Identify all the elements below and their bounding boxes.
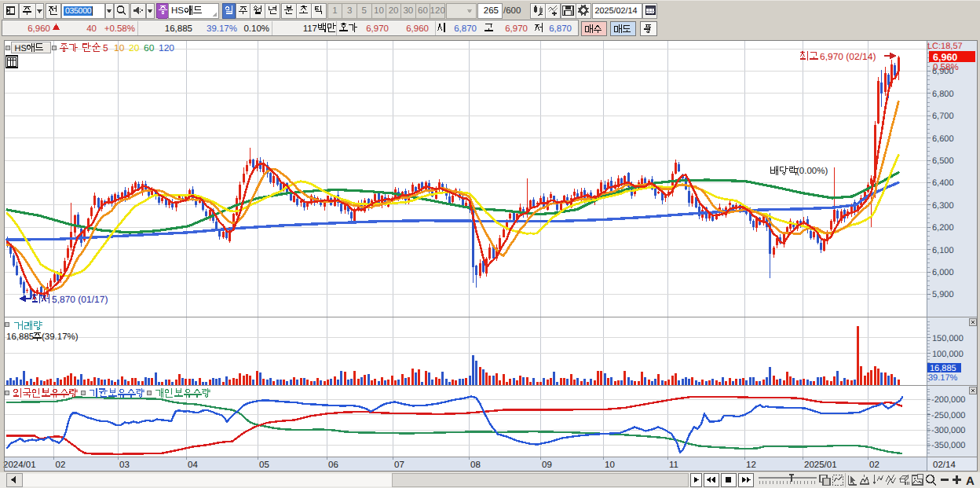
svg-text:HS: HS <box>171 6 184 16</box>
svg-text:6,300: 6,300 <box>932 201 954 211</box>
svg-text:-200,000: -200,000 <box>931 395 965 405</box>
svg-text:60: 60 <box>144 42 155 53</box>
svg-text:6,960: 6,960 <box>406 24 429 34</box>
svg-text:12: 12 <box>746 460 756 470</box>
svg-text:0.10%: 0.10% <box>243 24 269 34</box>
svg-text:6,870: 6,870 <box>454 24 477 34</box>
svg-text:02: 02 <box>56 460 66 470</box>
svg-text:09: 09 <box>542 460 552 470</box>
svg-text:150,000: 150,000 <box>932 334 964 343</box>
svg-text:6,970 (02/14): 6,970 (02/14) <box>820 51 876 62</box>
svg-text:08: 08 <box>470 460 481 470</box>
svg-text:11: 11 <box>669 460 678 470</box>
svg-text:6,960: 6,960 <box>27 24 50 34</box>
svg-text:0.58%: 0.58% <box>933 63 959 72</box>
svg-text:5,870 (01/17): 5,870 (01/17) <box>52 294 108 305</box>
svg-text:02: 02 <box>869 460 879 470</box>
svg-text:02/14: 02/14 <box>933 460 956 470</box>
svg-text:06: 06 <box>328 460 338 470</box>
svg-text:3: 3 <box>347 6 352 16</box>
svg-text:5: 5 <box>362 6 367 16</box>
svg-text:120: 120 <box>430 6 445 16</box>
svg-text:39.17%: 39.17% <box>207 24 237 34</box>
svg-text:5: 5 <box>103 42 108 53</box>
svg-text:6,970: 6,970 <box>505 24 528 34</box>
svg-text:6,970: 6,970 <box>366 24 389 34</box>
svg-text:HS: HS <box>15 44 27 53</box>
svg-text:6,800: 6,800 <box>932 90 954 99</box>
svg-text:-300,000: -300,000 <box>931 426 965 435</box>
svg-text:5,900: 5,900 <box>932 290 954 299</box>
svg-text:6,500: 6,500 <box>932 156 954 166</box>
svg-text:035000: 035000 <box>65 6 92 16</box>
svg-text:-350,000: -350,000 <box>931 441 965 450</box>
svg-text:120: 120 <box>159 42 174 53</box>
svg-text:6,700: 6,700 <box>932 112 954 121</box>
svg-text:40: 40 <box>86 24 97 34</box>
svg-text:39.17%: 39.17% <box>928 373 958 383</box>
svg-text:16,885: 16,885 <box>6 332 34 342</box>
svg-text:10: 10 <box>374 6 384 16</box>
svg-text:6,600: 6,600 <box>932 134 954 144</box>
svg-text:20: 20 <box>129 42 140 53</box>
svg-text:10: 10 <box>605 460 615 470</box>
svg-text:2025/02/14: 2025/02/14 <box>595 6 638 16</box>
svg-text:05: 05 <box>259 460 269 470</box>
svg-text:16,885: 16,885 <box>165 24 192 34</box>
svg-text:2024/01: 2024/01 <box>3 460 36 470</box>
svg-text:/600: /600 <box>503 6 521 16</box>
svg-text:30: 30 <box>403 6 413 16</box>
svg-text:+0.58%: +0.58% <box>104 24 135 34</box>
svg-text:60: 60 <box>418 6 428 16</box>
svg-text:07: 07 <box>394 460 404 470</box>
svg-text:03: 03 <box>119 460 130 470</box>
svg-text:(0.00%): (0.00%) <box>796 167 828 176</box>
svg-text:20: 20 <box>389 6 399 16</box>
svg-text:6,960: 6,960 <box>933 52 957 63</box>
svg-text:A: A <box>966 475 975 488</box>
svg-text:6,000: 6,000 <box>932 268 954 277</box>
svg-text:LC:18,57: LC:18,57 <box>927 42 963 51</box>
svg-text:2025/01: 2025/01 <box>804 460 837 470</box>
svg-text:117: 117 <box>303 24 317 34</box>
svg-text:04: 04 <box>188 460 198 470</box>
svg-text:16,885: 16,885 <box>930 364 956 373</box>
svg-text:6,400: 6,400 <box>932 178 954 188</box>
svg-text:265: 265 <box>484 6 499 16</box>
svg-text:10: 10 <box>114 42 125 53</box>
svg-text:100,000: 100,000 <box>932 350 964 359</box>
svg-text:1: 1 <box>332 6 337 16</box>
svg-text:-250,000: -250,000 <box>931 411 965 420</box>
svg-text:6,100: 6,100 <box>932 246 954 255</box>
svg-text:6,870: 6,870 <box>549 24 572 34</box>
svg-text:(39.17%): (39.17%) <box>42 332 79 342</box>
svg-text:6,200: 6,200 <box>932 223 954 233</box>
